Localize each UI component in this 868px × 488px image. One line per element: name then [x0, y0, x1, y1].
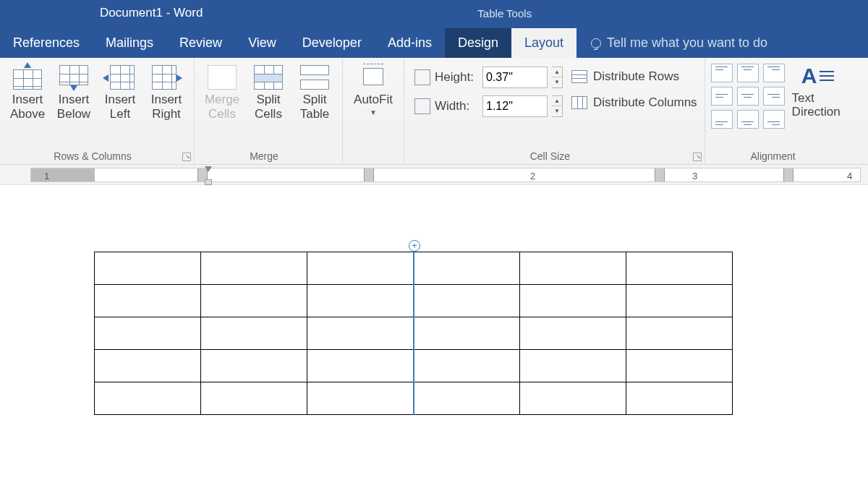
- insert-above-label: Insert Above: [6, 93, 49, 121]
- table-cell[interactable]: [95, 285, 201, 317]
- autofit-button[interactable]: AutoFit ▼: [347, 62, 399, 119]
- table-cell[interactable]: [520, 350, 626, 382]
- text-direction-label: Text Direction: [792, 92, 844, 119]
- table-cell[interactable]: [520, 285, 626, 317]
- table-cell[interactable]: [307, 350, 414, 382]
- table-cell[interactable]: [201, 382, 307, 415]
- table-row[interactable]: [95, 382, 733, 415]
- table-cell[interactable]: [414, 382, 520, 415]
- tab-layout[interactable]: Layout: [511, 28, 576, 58]
- table-cell[interactable]: [307, 285, 414, 317]
- table-cell[interactable]: [520, 252, 626, 285]
- table-cell[interactable]: [307, 382, 414, 415]
- table-cell[interactable]: [95, 317, 201, 350]
- ruler-column-marker[interactable]: [364, 168, 374, 181]
- height-label: Height:: [435, 70, 478, 85]
- insert-left-button[interactable]: Insert Left: [97, 62, 143, 124]
- table-cell[interactable]: [626, 252, 733, 285]
- text-direction-icon: A: [801, 64, 835, 87]
- table-cell[interactable]: [626, 382, 733, 415]
- ruler-indent-top[interactable]: [205, 166, 212, 174]
- tab-design[interactable]: Design: [445, 28, 511, 58]
- table-cell[interactable]: [626, 317, 733, 350]
- insert-right-button[interactable]: Insert Right: [143, 62, 190, 124]
- ribbon-tabs: References Mailings Review View Develope…: [0, 26, 868, 58]
- distribute-columns-icon: [571, 96, 587, 109]
- distribute-rows-label: Distribute Rows: [593, 69, 679, 84]
- ruler-indent-bottom[interactable]: [205, 179, 212, 185]
- ribbon-body: Insert Above Insert Below Insert Left In…: [0, 58, 868, 165]
- tell-me-placeholder: Tell me what you want to do: [607, 35, 767, 51]
- merge-cells-icon: [208, 65, 237, 90]
- height-spinner[interactable]: ▲▼: [552, 67, 563, 88]
- table-cell[interactable]: [307, 317, 414, 350]
- align-bottom-right-button[interactable]: [763, 110, 785, 129]
- table-cell[interactable]: [95, 382, 201, 415]
- rows-columns-dialog-launcher[interactable]: ↘: [182, 153, 191, 161]
- table-cell[interactable]: [95, 252, 201, 285]
- distribute-rows-button[interactable]: Distribute Rows: [571, 69, 697, 84]
- merge-cells-button: Merge Cells: [199, 62, 245, 124]
- table-cell[interactable]: [626, 350, 733, 382]
- insert-right-icon: [152, 65, 181, 90]
- height-input[interactable]: [482, 67, 548, 88]
- insert-column-handle[interactable]: +: [409, 240, 420, 252]
- ruler-number-3: 3: [692, 171, 697, 181]
- table-cell[interactable]: [414, 252, 520, 285]
- tab-view[interactable]: View: [235, 28, 289, 58]
- table-cell[interactable]: [520, 382, 626, 415]
- tab-review[interactable]: Review: [166, 28, 235, 58]
- align-middle-right-button[interactable]: [763, 87, 785, 106]
- distribute-columns-button[interactable]: Distribute Columns: [571, 95, 697, 110]
- group-label-alignment: Alignment: [705, 150, 841, 162]
- split-table-button[interactable]: Split Table: [292, 62, 338, 124]
- tell-me-search[interactable]: Tell me what you want to do: [591, 35, 767, 58]
- table-row[interactable]: [95, 350, 733, 382]
- table-row[interactable]: [95, 252, 733, 285]
- tab-mailings[interactable]: Mailings: [93, 28, 166, 58]
- text-direction-button[interactable]: A Text Direction: [792, 64, 844, 119]
- table-cell[interactable]: [201, 317, 307, 350]
- table-cell[interactable]: [414, 317, 520, 350]
- document-table[interactable]: [94, 252, 733, 415]
- align-bottom-center-button[interactable]: [737, 110, 759, 129]
- table-row[interactable]: [95, 285, 733, 317]
- group-label-cell-size: Cell Size: [404, 150, 696, 162]
- merge-cells-label: Merge Cells: [200, 93, 244, 121]
- insert-above-button[interactable]: Insert Above: [4, 62, 51, 124]
- align-middle-center-button[interactable]: [737, 87, 759, 106]
- table-row[interactable]: [95, 317, 733, 350]
- horizontal-ruler[interactable]: 1 2 3 4: [0, 165, 868, 185]
- table-cell[interactable]: [201, 350, 307, 382]
- tab-addins[interactable]: Add-ins: [375, 28, 445, 58]
- table-cell[interactable]: [520, 317, 626, 350]
- insert-below-button[interactable]: Insert Below: [51, 62, 97, 124]
- insert-below-icon: [59, 65, 88, 90]
- table-cell[interactable]: [307, 252, 414, 285]
- split-cells-button[interactable]: Split Cells: [245, 62, 292, 124]
- align-bottom-left-button[interactable]: [711, 110, 733, 129]
- table-cell[interactable]: [414, 350, 520, 382]
- split-table-icon: [300, 65, 329, 90]
- table-cell[interactable]: [201, 252, 307, 285]
- table-cell[interactable]: [626, 285, 733, 317]
- tab-developer[interactable]: Developer: [289, 28, 375, 58]
- width-input[interactable]: [482, 95, 548, 117]
- insert-below-label: Insert Below: [52, 93, 95, 121]
- ruler-column-marker[interactable]: [783, 168, 793, 181]
- column-width-icon: [414, 98, 430, 114]
- ruler-number-1: 1: [44, 171, 49, 181]
- tab-references[interactable]: References: [0, 28, 93, 58]
- align-middle-left-button[interactable]: [711, 87, 733, 106]
- align-top-right-button[interactable]: [763, 64, 785, 82]
- table-cell[interactable]: [201, 285, 307, 317]
- table-cell[interactable]: [414, 285, 520, 317]
- align-top-left-button[interactable]: [711, 64, 733, 82]
- document-area[interactable]: +: [0, 185, 868, 488]
- align-top-center-button[interactable]: [737, 64, 759, 82]
- cell-size-dialog-launcher[interactable]: ↘: [693, 153, 702, 161]
- ruler-column-marker[interactable]: [655, 168, 665, 181]
- table-cell[interactable]: [95, 350, 201, 382]
- group-rows-columns: Insert Above Insert Below Insert Left In…: [0, 58, 195, 164]
- width-spinner[interactable]: ▲▼: [552, 95, 563, 117]
